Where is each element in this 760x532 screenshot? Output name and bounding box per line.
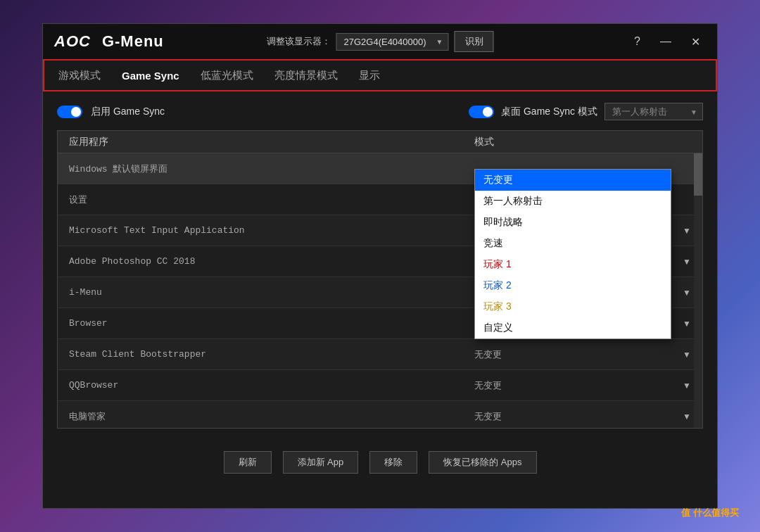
desktop-mode-toggle[interactable]	[469, 106, 494, 118]
chevron-down-icon: ▼	[683, 319, 691, 329]
refresh-button[interactable]: 刷新	[224, 451, 272, 474]
title-bar: AOC G-Menu 调整该显示器： 27G2G4(E4040000) 识别 ?…	[43, 24, 717, 59]
table-header: 应用程序 模式	[58, 131, 702, 153]
add-app-button[interactable]: 添加新 App	[283, 451, 359, 474]
app-name-2: Microsoft Text Input Application	[58, 225, 463, 236]
app-name-4: i-Menu	[58, 287, 463, 298]
monitor-select[interactable]: 27G2G4(E4040000)	[336, 33, 449, 51]
mode-col-8[interactable]: 无变更 ▼	[463, 410, 702, 423]
game-sync-toggle-row: 启用 Game Sync 桌面 Game Sync 模式 第一人称射击	[57, 103, 703, 120]
table-body: Windows 默认锁屏界面 无变更 第一人称射击 即时战略 竞速 玩家 1 玩…	[58, 153, 702, 428]
table-row: Steam Client Bootstrapper 无变更 ▼	[58, 339, 702, 370]
window-controls: ? — ✕	[628, 32, 706, 51]
chevron-down-icon: ▼	[683, 226, 691, 236]
mode-col-6[interactable]: 无变更 ▼	[463, 348, 702, 361]
monitor-label: 调整该显示器：	[267, 35, 331, 48]
app-title: G-Menu	[102, 32, 164, 51]
drop-item-player1[interactable]: 玩家 1	[475, 254, 671, 275]
mode-col-7[interactable]: 无变更 ▼	[463, 379, 702, 392]
app-name-1: 设置	[58, 194, 463, 206]
app-name-0: Windows 默认锁屏界面	[58, 163, 463, 175]
tab-game-sync[interactable]: Game Sync	[122, 67, 179, 84]
desktop-mode-label: 桌面 Game Sync 模式	[501, 106, 597, 118]
app-name-5: Browser	[58, 318, 463, 329]
mode-text-8: 无变更	[474, 410, 502, 423]
nav-tabs: 游戏模式 Game Sync 低蓝光模式 亮度情景模式 显示	[43, 59, 717, 91]
chevron-down-icon: ▼	[683, 288, 691, 298]
monitor-select-wrapper: 27G2G4(E4040000)	[336, 33, 449, 51]
desktop-mode-area: 桌面 Game Sync 模式 第一人称射击	[469, 103, 703, 120]
app-name-7: QQBrowser	[58, 380, 463, 391]
header-mode: 模式	[463, 136, 702, 148]
main-content: 启用 Game Sync 桌面 Game Sync 模式 第一人称射击 应用程序…	[43, 91, 717, 440]
drop-item-player3[interactable]: 玩家 3	[475, 296, 671, 317]
app-window: AOC G-Menu 调整该显示器： 27G2G4(E4040000) 识别 ?…	[42, 23, 718, 509]
drop-item-rts[interactable]: 即时战略	[475, 212, 671, 233]
aoc-logo: AOC	[54, 32, 91, 51]
app-name-8: 电脑管家	[58, 410, 463, 423]
chevron-down-icon: ▼	[683, 350, 691, 360]
header-app: 应用程序	[58, 136, 463, 148]
help-button[interactable]: ?	[628, 32, 646, 51]
mode-dropdown: 无变更 第一人称射击 即时战略 竞速 玩家 1 玩家 2 玩家 3 自定义	[474, 169, 671, 339]
drop-item-fps[interactable]: 第一人称射击	[475, 191, 671, 212]
footer-bar: 刷新 添加新 App 移除 恢复已移除的 Apps	[43, 440, 717, 485]
app-table: 应用程序 模式 Windows 默认锁屏界面 无变更 第一人称射击 即时战略 竞…	[57, 130, 703, 429]
drop-item-racing[interactable]: 竞速	[475, 233, 671, 254]
drop-item-no-change[interactable]: 无变更	[475, 170, 671, 191]
desktop-mode-select[interactable]: 第一人称射击	[604, 103, 703, 120]
identify-button[interactable]: 识别	[455, 31, 494, 52]
watermark: 值 什么值得买	[681, 507, 739, 519]
chevron-down-icon: ▼	[683, 257, 691, 267]
scrollbar-thumb[interactable]	[694, 153, 702, 196]
scrollbar[interactable]	[694, 153, 702, 428]
mode-text-6: 无变更	[474, 348, 502, 361]
desktop-mode-select-wrapper: 第一人称射击	[604, 103, 703, 120]
enable-game-sync-toggle[interactable]	[57, 106, 82, 118]
monitor-selector-area: 调整该显示器： 27G2G4(E4040000) 识别	[267, 31, 494, 52]
remove-button[interactable]: 移除	[369, 451, 417, 474]
tab-low-blue[interactable]: 低蓝光模式	[201, 66, 253, 85]
drop-item-custom[interactable]: 自定义	[475, 317, 671, 338]
tab-game-mode[interactable]: 游戏模式	[58, 66, 101, 85]
table-row: Windows 默认锁屏界面 无变更 第一人称射击 即时战略 竞速 玩家 1 玩…	[58, 153, 702, 184]
minimize-button[interactable]: —	[654, 32, 677, 51]
table-row: 电脑管家 无变更 ▼	[58, 401, 702, 428]
close-button[interactable]: ✕	[685, 32, 706, 51]
restore-button[interactable]: 恢复已移除的 Apps	[429, 451, 536, 474]
chevron-down-icon: ▼	[683, 412, 691, 422]
app-name-6: Steam Client Bootstrapper	[58, 349, 463, 360]
mode-text-7: 无变更	[474, 379, 502, 392]
tab-display[interactable]: 显示	[359, 66, 380, 85]
drop-item-player2[interactable]: 玩家 2	[475, 275, 671, 296]
chevron-down-icon: ▼	[683, 381, 691, 391]
table-row: QQBrowser 无变更 ▼	[58, 370, 702, 401]
enable-game-sync-label: 启用 Game Sync	[91, 106, 165, 118]
app-name-3: Adobe Photoshop CC 2018	[58, 256, 463, 267]
tab-brightness[interactable]: 亮度情景模式	[274, 66, 338, 85]
